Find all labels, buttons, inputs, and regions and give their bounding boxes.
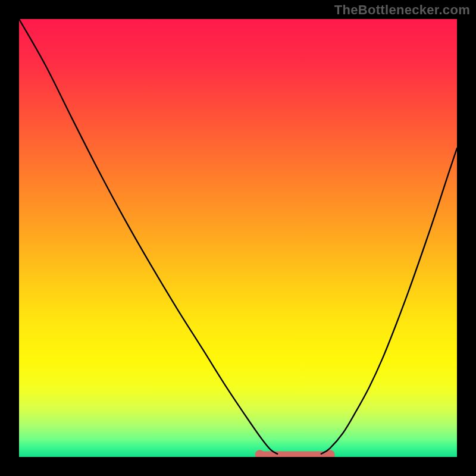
svg-rect-0 [260,451,330,457]
chart-container: { "attribution": "TheBottlenecker.com", … [0,0,476,476]
gradient-background [19,19,457,457]
attribution-label: TheBottlenecker.com [334,2,470,18]
chart-svg [19,19,457,457]
plot-area [19,19,457,457]
